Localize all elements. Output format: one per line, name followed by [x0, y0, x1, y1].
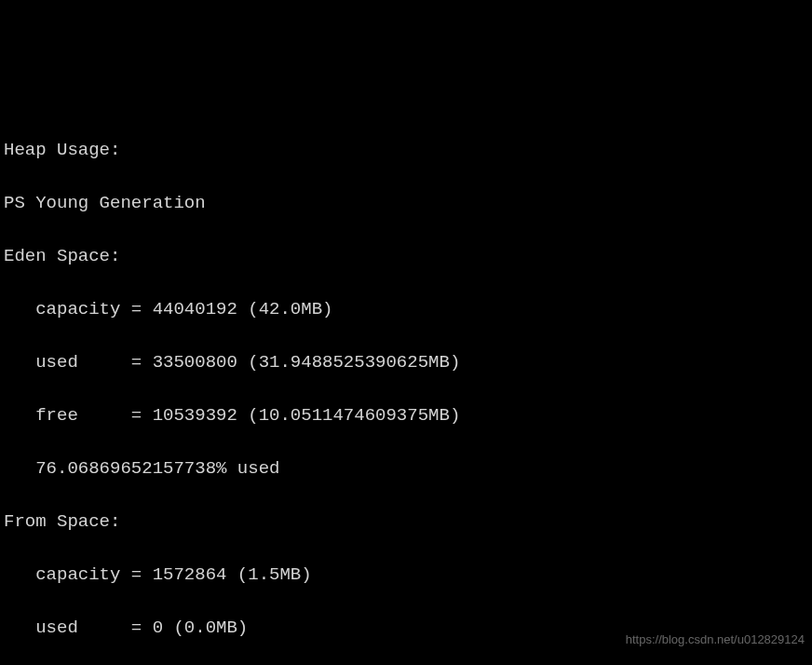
- from-title: From Space:: [4, 509, 812, 536]
- ps-young-label: PS Young Generation: [4, 190, 812, 217]
- eden-percent: 76.06869652157738% used: [4, 455, 812, 482]
- eden-capacity: capacity = 44040192 (42.0MB): [4, 296, 812, 323]
- eden-title: Eden Space:: [4, 243, 812, 270]
- heap-usage-label: Heap Usage:: [4, 137, 812, 164]
- eden-free: free = 10539392 (10.0511474609375MB): [4, 402, 812, 429]
- eden-used: used = 33500800 (31.9488525390625MB): [4, 349, 812, 376]
- watermark-text: https://blog.csdn.net/u012829124: [626, 631, 805, 649]
- terminal-output: Heap Usage: PS Young Generation Eden Spa…: [4, 110, 812, 665]
- from-capacity: capacity = 1572864 (1.5MB): [4, 562, 812, 589]
